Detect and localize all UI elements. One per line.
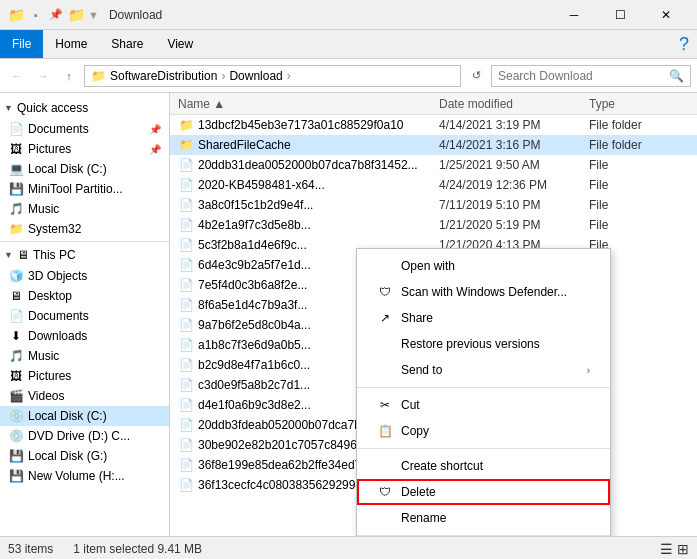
cm-copy[interactable]: 📋 Copy — [357, 418, 610, 444]
file-date-4: 4/24/2019 12:36 PM — [439, 178, 589, 192]
file-doc-icon-18: 📄 — [178, 457, 194, 473]
sidebar-item-pictures[interactable]: 🖼 Pictures 📌 — [0, 139, 169, 159]
file-row-selected[interactable]: 📁 SharedFileCache 4/14/2021 3:16 PM File… — [170, 135, 697, 155]
tab-file[interactable]: File — [0, 30, 43, 58]
pin-icon: 📌 — [48, 7, 64, 23]
sidebar-item-music2[interactable]: 🎵 Music — [0, 346, 169, 366]
ribbon: File Home Share View ? — [0, 30, 697, 59]
sidebar-item-system32[interactable]: 📁 System32 — [0, 219, 169, 239]
forward-button[interactable]: → — [32, 65, 54, 87]
large-icons-view-icon[interactable]: ⊞ — [677, 541, 689, 557]
this-pc-label: This PC — [33, 248, 76, 262]
back-button[interactable]: ← — [6, 65, 28, 87]
up-button[interactable]: ↑ — [58, 65, 80, 87]
address-path[interactable]: 📁 SoftwareDistribution › Download › — [84, 65, 461, 87]
cm-share-label: Share — [401, 311, 433, 325]
shortcut-icon — [377, 458, 393, 474]
file-row-5[interactable]: 📄 3a8c0f15c1b2d9e4f... 7/11/2019 5:10 PM… — [170, 195, 697, 215]
this-pc-section[interactable]: ▼ 🖥 This PC — [0, 244, 169, 266]
cm-restore[interactable]: Restore previous versions — [357, 331, 610, 357]
tab-view[interactable]: View — [155, 30, 205, 58]
path-part-1[interactable]: SoftwareDistribution — [110, 69, 217, 83]
file-name-4: 2020-KB4598481-x64... — [198, 178, 439, 192]
minimize-button[interactable]: ─ — [551, 0, 597, 30]
file-type-2: File folder — [589, 138, 689, 152]
cm-scan[interactable]: 🛡 Scan with Windows Defender... — [357, 279, 610, 305]
sidebar-item-pictures2[interactable]: 🖼 Pictures — [0, 366, 169, 386]
help-button[interactable]: ? — [679, 30, 697, 58]
file-doc-icon-15: 📄 — [178, 397, 194, 413]
file-date: 4/14/2021 3:19 PM — [439, 118, 589, 132]
tab-home[interactable]: Home — [43, 30, 99, 58]
sidebar-item-localdisk-c[interactable]: 💻 Local Disk (C:) — [0, 159, 169, 179]
file-row-6[interactable]: 📄 4b2e1a9f7c3d5e8b... 1/21/2020 5:19 PM … — [170, 215, 697, 235]
sidebar-newvolume-label: New Volume (H:... — [28, 469, 125, 483]
main-area: ▼ Quick access 📄 Documents 📌 🖼 Pictures … — [0, 93, 697, 536]
videos-icon: 🎬 — [8, 388, 24, 404]
file-doc-icon-7: 📄 — [178, 237, 194, 253]
sidebar-item-localdisk-g[interactable]: 💾 Local Disk (G:) — [0, 446, 169, 466]
file-row-4[interactable]: 📄 2020-KB4598481-x64... 4/24/2019 12:36 … — [170, 175, 697, 195]
minitool-icon: 💾 — [8, 181, 24, 197]
cm-cut[interactable]: ✂ Cut — [357, 392, 610, 418]
refresh-button[interactable]: ↺ — [465, 65, 487, 87]
file-doc-icon-13: 📄 — [178, 357, 194, 373]
sidebar-item-downloads[interactable]: ⬇ Downloads — [0, 326, 169, 346]
file-type-4: File — [589, 178, 689, 192]
status-bar: 53 items 1 item selected 9.41 MB ☰ ⊞ — [0, 536, 697, 559]
close-button[interactable]: ✕ — [643, 0, 689, 30]
search-input[interactable] — [498, 69, 665, 83]
sidebar-item-minitool[interactable]: 💾 MiniTool Partitio... — [0, 179, 169, 199]
col-type[interactable]: Type — [589, 97, 689, 111]
quick-access-arrow: ▼ — [4, 103, 13, 113]
file-doc-icon-12: 📄 — [178, 337, 194, 353]
file-doc-icon-16: 📄 — [178, 417, 194, 433]
col-name[interactable]: Name ▲ — [178, 97, 439, 111]
pin-icon: 📌 — [149, 124, 161, 135]
sidebar-item-newvolume[interactable]: 💾 New Volume (H:... — [0, 466, 169, 486]
file-row-3[interactable]: 📄 20ddb31dea0052000b07dca7b8f31452... 1/… — [170, 155, 697, 175]
cm-delete[interactable]: 🛡 Delete — [357, 479, 610, 505]
share-icon: ↗ — [377, 310, 393, 326]
search-box[interactable]: 🔍 — [491, 65, 691, 87]
maximize-button[interactable]: ☐ — [597, 0, 643, 30]
file-name-2: SharedFileCache — [198, 138, 439, 152]
col-date[interactable]: Date modified — [439, 97, 589, 111]
cm-rename[interactable]: Rename — [357, 505, 610, 531]
sidebar-item-videos[interactable]: 🎬 Videos — [0, 386, 169, 406]
file-doc-icon-8: 📄 — [178, 257, 194, 273]
file-doc-icon-9: 📄 — [178, 277, 194, 293]
sidebar-item-desktop[interactable]: 🖥 Desktop — [0, 286, 169, 306]
sidebar-item-3dobjects[interactable]: 🧊 3D Objects — [0, 266, 169, 286]
path-part-2[interactable]: Download — [229, 69, 282, 83]
details-view-icon[interactable]: ☰ — [660, 541, 673, 557]
folder-icon-2: 📁 — [178, 137, 194, 153]
window-controls[interactable]: ─ ☐ ✕ — [551, 0, 689, 30]
sidebar-item-documents2[interactable]: 📄 Documents — [0, 306, 169, 326]
file-type-3: File — [589, 158, 689, 172]
file-list: Name ▲ Date modified Type 📁 13dbcf2b45eb… — [170, 93, 697, 536]
sidebar-item-dvd[interactable]: 💿 DVD Drive (D:) C... — [0, 426, 169, 446]
file-doc-icon-19: 📄 — [178, 477, 194, 493]
quick-access-section[interactable]: ▼ Quick access — [0, 97, 169, 119]
view-controls[interactable]: ☰ ⊞ — [660, 541, 689, 557]
cm-cut-label: Cut — [401, 398, 420, 412]
sidebar-item-music[interactable]: 🎵 Music — [0, 199, 169, 219]
title-bar-icons: 📁 ▪ 📌 📁 ▼ — [8, 7, 99, 23]
localdisk-c2-icon: 💿 — [8, 408, 24, 424]
desktop-icon: 🖥 — [8, 288, 24, 304]
cm-share[interactable]: ↗ Share — [357, 305, 610, 331]
cm-create-shortcut[interactable]: Create shortcut — [357, 453, 610, 479]
tab-share[interactable]: Share — [99, 30, 155, 58]
file-row[interactable]: 📁 13dbcf2b45eb3e7173a01c88529f0a10 4/14/… — [170, 115, 697, 135]
cm-open-with[interactable]: Open with — [357, 253, 610, 279]
localdisk-g-icon: 💾 — [8, 448, 24, 464]
file-name-5: 3a8c0f15c1b2d9e4f... — [198, 198, 439, 212]
cm-separator-3 — [357, 535, 610, 536]
search-icon: 🔍 — [669, 69, 684, 83]
app-icon: 📁 — [8, 7, 24, 23]
sidebar-item-localdisk-c2[interactable]: 💿 Local Disk (C:) — [0, 406, 169, 426]
cm-sendto[interactable]: Send to › — [357, 357, 610, 383]
sidebar-videos-label: Videos — [28, 389, 64, 403]
sidebar-item-documents[interactable]: 📄 Documents 📌 — [0, 119, 169, 139]
